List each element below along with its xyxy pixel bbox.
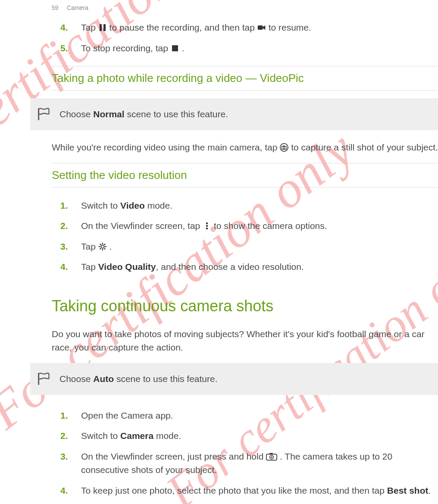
list-item: 5. To stop recording, tap . xyxy=(52,38,438,59)
list-item: 4. Tap to pause the recording, and then … xyxy=(52,17,438,38)
paragraph: While you're recording video using the m… xyxy=(52,141,438,154)
step-text: to resume. xyxy=(269,22,311,32)
note-box: Choose Normal scene to use this feature. xyxy=(30,98,438,130)
text-run: scene to use this feature. xyxy=(125,109,228,119)
svg-point-4 xyxy=(280,144,288,151)
recording-steps: 4. Tap to pause the recording, and then … xyxy=(52,17,438,58)
svg-rect-1 xyxy=(103,24,106,31)
flag-icon xyxy=(36,372,51,386)
step-number: 4. xyxy=(52,260,73,274)
step-number: 1. xyxy=(52,409,73,423)
step-body: Open the Camera app. xyxy=(81,409,438,423)
list-item: 1. Switch to Video mode. xyxy=(52,195,438,216)
page-section: Camera xyxy=(67,4,88,11)
list-item: 3. On the Viewfinder screen, just press … xyxy=(52,446,438,480)
svg-point-9 xyxy=(206,225,208,227)
page-header: 59 Camera xyxy=(52,3,88,13)
step-body: Tap Video Quality, and then choose a vid… xyxy=(81,260,438,274)
note-text: Choose Normal scene to use this feature. xyxy=(59,107,432,121)
text-run: . xyxy=(429,485,431,495)
note-box: Choose Auto scene to use this feature. xyxy=(30,363,438,395)
text-run: . xyxy=(110,241,112,251)
step-text: to pause the recording, and then tap xyxy=(110,22,257,32)
svg-rect-7 xyxy=(283,145,285,146)
step-text: . xyxy=(182,43,185,53)
step-body: On the Viewfinder screen, just press and… xyxy=(81,450,438,477)
step-body: On the Viewfinder screen, tap to show th… xyxy=(81,219,438,233)
text-run: Choose xyxy=(59,109,93,119)
list-item: 2. Switch to Camera mode. xyxy=(52,426,438,446)
text-strong: Video Quality xyxy=(98,262,156,272)
page-content: 4. Tap to pause the recording, and then … xyxy=(52,17,438,504)
text-strong: Best shot xyxy=(387,485,429,495)
list-item: 1. Open the Camera app. xyxy=(52,405,438,426)
section-heading-resolution: Setting the video resolution xyxy=(52,163,438,188)
text-run: Switch to xyxy=(81,200,120,210)
text-run: Tap xyxy=(81,262,98,272)
list-item: 3. Tap . xyxy=(52,236,438,257)
text-strong: Camera xyxy=(120,431,153,441)
text-run: To keep just one photo, select the photo… xyxy=(81,485,387,495)
list-item: 2. On the Viewfinder screen, tap to show… xyxy=(52,216,438,236)
stop-icon xyxy=(171,43,179,51)
text-run: scene to use this feature. xyxy=(114,374,217,384)
step-number: 4. xyxy=(52,21,73,34)
svg-point-23 xyxy=(271,456,272,457)
svg-line-16 xyxy=(100,244,101,245)
paragraph: Do you want to take photos of moving sub… xyxy=(52,327,438,354)
step-number: 4. xyxy=(52,484,73,498)
section-heading-videopic: Taking a photo while recording a video —… xyxy=(52,66,438,91)
svg-line-18 xyxy=(100,248,101,249)
svg-point-10 xyxy=(206,228,208,229)
flag-icon xyxy=(36,107,51,122)
step-number: 2. xyxy=(52,429,73,443)
step-number: 2. xyxy=(52,219,73,233)
step-number: 3. xyxy=(52,240,73,254)
note-text: Choose Auto scene to use this feature. xyxy=(59,372,432,386)
kebab-menu-icon xyxy=(203,220,211,229)
list-item: 4. Tap Video Quality, and then choose a … xyxy=(52,257,438,277)
step-body: Tap . xyxy=(81,240,438,254)
text-run: Switch to xyxy=(81,431,120,441)
svg-point-11 xyxy=(101,245,104,248)
text-run: mode. xyxy=(145,200,172,210)
text-run: to capture a still shot of your subject. xyxy=(291,142,438,152)
svg-line-17 xyxy=(104,248,106,249)
step-body: Switch to Camera mode. xyxy=(81,429,438,443)
step-subtext: To save the photos as a batch, press . xyxy=(81,501,438,504)
svg-rect-0 xyxy=(100,24,102,31)
camera-shutter-icon xyxy=(266,451,277,460)
pause-icon xyxy=(98,22,107,31)
step-text: To stop recording, tap xyxy=(81,43,171,53)
text-strong: Video xyxy=(120,200,145,210)
text-run: mode. xyxy=(153,431,181,441)
step-body: To keep just one photo, select the photo… xyxy=(81,484,438,504)
text-strong: Auto xyxy=(93,374,114,384)
video-camera-icon xyxy=(257,22,266,31)
step-number: 1. xyxy=(52,199,73,213)
text-run: to show the camera options. xyxy=(214,221,327,231)
section-heading-continuous: Taking continuous camera shots xyxy=(52,294,438,318)
page-number: 59 xyxy=(52,4,59,11)
resolution-steps: 1. Switch to Video mode. 2. On the Viewf… xyxy=(52,195,438,277)
step-text: Tap xyxy=(81,22,98,32)
text-strong: Normal xyxy=(93,109,124,119)
camera-circle-icon xyxy=(280,142,288,150)
text-run: While you're recording video using the m… xyxy=(52,142,280,152)
list-item: 4. To keep just one photo, select the ph… xyxy=(52,480,438,504)
step-body: Tap to pause the recording, and then tap… xyxy=(81,21,438,34)
text-run: Choose xyxy=(59,374,93,384)
step-number: 3. xyxy=(52,450,73,463)
svg-line-19 xyxy=(104,244,106,245)
text-run: , and then choose a video resolution. xyxy=(156,262,304,272)
svg-rect-21 xyxy=(270,453,273,454)
step-number: 5. xyxy=(52,41,73,55)
svg-point-8 xyxy=(206,222,208,224)
text-run: On the Viewfinder screen, tap xyxy=(81,221,203,231)
gear-icon xyxy=(98,241,107,250)
svg-point-6 xyxy=(283,147,285,149)
step-body: To stop recording, tap . xyxy=(81,41,438,55)
continuous-steps: 1. Open the Camera app. 2. Switch to Cam… xyxy=(52,405,438,504)
step-body: Switch to Video mode. xyxy=(81,199,438,213)
text-run: Tap xyxy=(81,241,98,251)
